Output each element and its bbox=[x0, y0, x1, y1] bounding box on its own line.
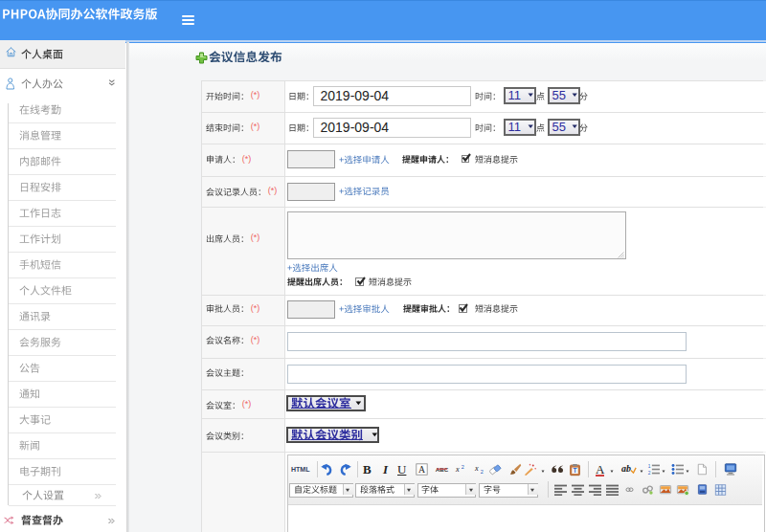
svg-text:A: A bbox=[417, 464, 424, 475]
svg-text:1: 1 bbox=[647, 464, 650, 469]
svg-text:2: 2 bbox=[647, 471, 650, 476]
svg-text:2: 2 bbox=[480, 469, 483, 475]
svg-text:T: T bbox=[573, 467, 576, 474]
svg-text:2: 2 bbox=[461, 464, 463, 470]
svg-text:x: x bbox=[473, 464, 478, 473]
svg-text:x: x bbox=[454, 465, 459, 474]
